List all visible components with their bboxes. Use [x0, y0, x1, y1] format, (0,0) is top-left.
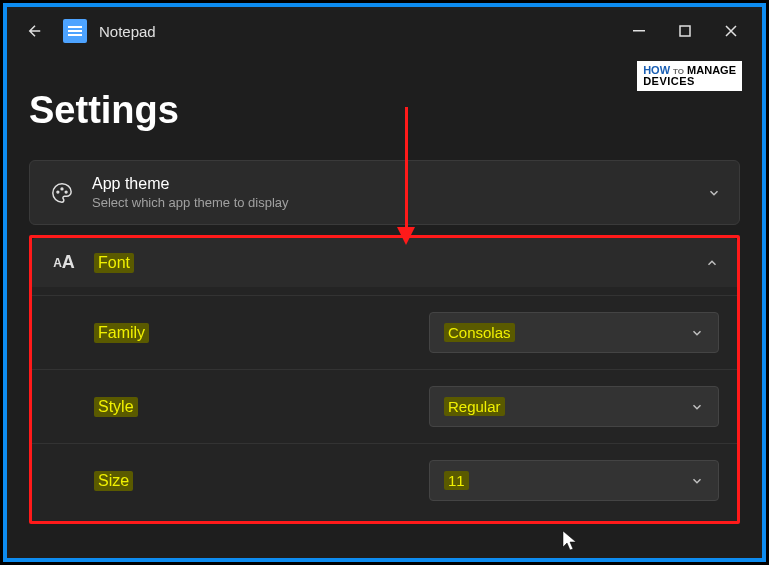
close-icon [725, 25, 737, 37]
notepad-icon [63, 19, 87, 43]
font-icon: AA [50, 252, 78, 273]
palette-icon [48, 182, 76, 204]
arrow-left-icon [26, 22, 44, 40]
mouse-cursor-icon [562, 530, 578, 552]
font-family-value: Consolas [444, 323, 515, 342]
maximize-icon [679, 25, 691, 37]
svg-point-3 [61, 187, 63, 189]
font-style-dropdown[interactable]: Regular [429, 386, 719, 427]
window-controls [616, 11, 754, 51]
font-size-value: 11 [444, 471, 469, 490]
chevron-down-icon [690, 400, 704, 414]
font-size-row: Size 11 [32, 443, 737, 517]
font-style-label: Style [94, 397, 138, 417]
svg-point-4 [65, 191, 67, 193]
font-size-dropdown[interactable]: 11 [429, 460, 719, 501]
chevron-down-icon [690, 474, 704, 488]
watermark-line3: DEVICES [643, 75, 695, 87]
font-family-row: Family Consolas [32, 295, 737, 369]
font-subrows: Family Consolas Style Regular [32, 287, 737, 521]
chevron-up-icon [705, 256, 719, 270]
app-window: Notepad HOW TO MANAGE DEVICES Settings [3, 3, 766, 562]
minimize-icon [633, 25, 645, 37]
svg-rect-1 [680, 26, 690, 36]
chevron-down-icon [707, 186, 721, 200]
font-family-dropdown[interactable]: Consolas [429, 312, 719, 353]
page-title: Settings [29, 89, 740, 132]
title-bar: Notepad [7, 7, 762, 55]
minimize-button[interactable] [616, 11, 662, 51]
svg-point-2 [57, 191, 59, 193]
app-title: Notepad [99, 23, 156, 40]
maximize-button[interactable] [662, 11, 708, 51]
font-family-label: Family [94, 323, 149, 343]
watermark-badge: HOW TO MANAGE DEVICES [637, 61, 742, 91]
app-theme-title: App theme [92, 175, 289, 193]
font-style-row: Style Regular [32, 369, 737, 443]
svg-rect-0 [633, 30, 645, 32]
back-button[interactable] [15, 11, 55, 51]
settings-content: Settings App theme Select which app them… [7, 55, 762, 524]
font-header-label: Font [94, 253, 134, 273]
close-button[interactable] [708, 11, 754, 51]
font-size-label: Size [94, 471, 133, 491]
chevron-down-icon [690, 326, 704, 340]
font-section-highlighted: AA Font Family Consolas [29, 235, 740, 524]
app-theme-subtitle: Select which app theme to display [92, 195, 289, 210]
app-theme-row[interactable]: App theme Select which app theme to disp… [29, 160, 740, 225]
font-header-row[interactable]: AA Font [32, 238, 737, 287]
font-style-value: Regular [444, 397, 505, 416]
